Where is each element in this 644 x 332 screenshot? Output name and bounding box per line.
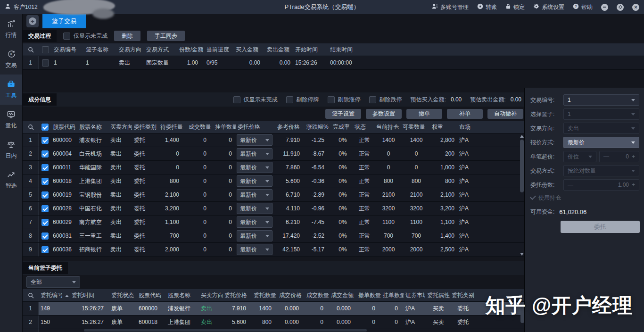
sidebar-item-tools[interactable]: 工具 [0,75,22,105]
column-header[interactable]: 篮子名称 [84,46,117,54]
checkbox[interactable] [41,178,49,185]
scroll-up-icon[interactable] [520,135,524,138]
system-settings-button[interactable]: 系统设置 [533,3,564,11]
delete-button[interactable]: 删除 [114,31,140,41]
action-button[interactable]: 参数设置 [366,109,402,119]
checkbox[interactable] [41,124,49,131]
column-header[interactable]: 买卖方向 [199,291,223,299]
checkbox[interactable] [41,219,49,226]
checkbox[interactable] [41,232,49,240]
direction-select[interactable]: 卖出 [563,123,639,134]
over-price-mode-select[interactable]: 价位 [563,151,596,162]
trade-no-select[interactable]: 1 [563,94,639,106]
tab-basket-trading[interactable]: 篮子交易 [42,14,86,28]
table-row[interactable]: 114915:26:27废单600000浦发银行卖出7.91014000.000… [23,302,524,315]
account-info[interactable]: 客户1012 [5,3,38,11]
column-header[interactable]: 参考价格 [275,123,305,131]
column-header[interactable]: 结束时间 [328,46,362,54]
checkbox[interactable] [41,137,49,144]
table-row[interactable]: 5600019宝钢股份卖出委托2,10000最新价6.710-2.890%正常2… [23,188,524,202]
submit-order-button[interactable]: 委托 [561,221,640,233]
help-button[interactable]: ? 帮助 [573,3,593,11]
checkbox[interactable] [41,205,49,212]
action-button[interactable]: 撤单 [406,109,442,119]
column-header[interactable]: 成交价格 [277,291,305,299]
search-icon[interactable] [23,289,39,301]
checkbox[interactable] [286,96,293,103]
filter-checkbox[interactable]: 剔除停牌 [286,96,319,104]
price-type-select[interactable]: 最新价 [237,189,272,200]
scrollbar-thumb[interactable] [520,140,524,192]
checkbox[interactable] [63,33,70,40]
column-header[interactable]: 撤单数量 [356,291,381,299]
scroll-down-icon[interactable] [520,253,524,256]
multi-account-button[interactable]: 多账号管理 [432,3,469,11]
column-header[interactable]: 待委托量 [158,123,187,131]
column-header[interactable]: 卖出金额 [265,46,293,54]
quote-type-select[interactable]: 最新价 [563,137,639,148]
column-header[interactable]: 完成率 [331,123,353,131]
checkbox[interactable] [328,96,335,103]
column-header[interactable]: 可卖数量 [401,123,430,131]
price-type-select[interactable]: 最新价 [237,244,272,255]
column-header[interactable]: 证券市场 [404,291,425,299]
checkbox[interactable] [41,246,49,253]
minus-icon[interactable]: — [603,153,609,160]
horizontal-scrollbar-thumb[interactable] [84,329,367,332]
table-row[interactable]: 10600048保利发展卖出委托1,70000最新价13.040-4.020%正… [23,257,524,257]
plus-icon[interactable]: + [632,153,635,160]
column-header[interactable]: 权重 [430,123,457,131]
column-header[interactable]: 交易方式 [144,46,177,54]
table-row[interactable]: 7600029南方航空卖出委托1,10000最新价6.210-7.450%正常1… [23,216,524,229]
column-header[interactable]: 委托属性 [425,291,450,299]
sidebar-item-intraday[interactable]: 日内 [0,135,22,165]
manual-sync-button[interactable]: 手工同步 [147,31,185,41]
order-status-filter-select[interactable]: 全部 [26,276,80,288]
column-header[interactable]: 委托数量 [252,291,277,299]
vertical-scrollbar[interactable] [520,133,524,257]
checkbox[interactable] [41,191,49,199]
show-unfinished-filter[interactable]: 仅显示未完成 [63,32,107,40]
price-type-select[interactable]: 最新价 [237,148,272,159]
lock-button[interactable]: 锁定 [505,3,525,11]
use-position-checkbox[interactable]: 使用持仓 [531,193,639,202]
minus-icon[interactable]: — [568,182,573,188]
column-header[interactable]: 份数/金额 [177,46,205,54]
checkbox[interactable] [369,96,376,103]
column-header[interactable]: 挂单数量 [213,123,236,131]
column-header[interactable]: 股票名称 [77,123,108,131]
search-icon[interactable] [23,121,39,133]
checkbox[interactable] [41,150,49,158]
filter-checkbox[interactable]: 剔除涨停 [328,96,361,104]
column-header[interactable]: 交易编号 [52,46,84,54]
add-tab-button[interactable]: + [26,15,39,27]
column-header[interactable]: 交易方向 [117,46,144,54]
table-row[interactable]: 1600000浦发银行卖出委托1,40000最新价7.910-1.250%正常1… [23,133,524,147]
action-button[interactable]: 自动撤补 [487,109,523,119]
price-type-select[interactable]: 最新价 [237,175,272,187]
checkbox[interactable] [42,46,49,53]
column-header[interactable]: 挂单数量 [381,291,404,299]
sidebar-item-quant[interactable]: 量化 [0,105,22,135]
close-button[interactable]: × [632,4,639,11]
column-header[interactable]: 委托类别 [450,291,474,299]
column-header[interactable]: 股票名称 [166,291,199,299]
column-header[interactable]: 成交数量 [187,123,213,131]
table-row[interactable]: 8600031三一重工卖出委托70000最新价17.420-2.520%正常70… [23,229,524,243]
column-header[interactable]: 买入金额 [234,46,265,54]
column-header[interactable]: 市场 [457,123,477,131]
price-type-select[interactable]: 最新价 [237,162,272,173]
checkbox[interactable] [233,96,240,103]
maximize-button[interactable] [617,4,624,11]
column-header[interactable]: 开始时间 [293,46,328,54]
table-row[interactable]: 215015:26:27废单600018上港集团卖出5.6008000.0000… [23,315,524,329]
column-header[interactable]: 涨跌幅% [305,123,331,131]
table-row[interactable]: 111卖出固定数量1.000/950.000.0015:26:2600:00:0… [23,56,644,70]
table-row[interactable]: 6600028中国石化卖出委托3,20000最新价4.110-0.960%正常3… [23,202,524,216]
sidebar-item-smart-pick[interactable]: 智选 [0,165,22,195]
transfer-button[interactable]: 转账 [477,3,497,11]
basket-select[interactable]: 1 [563,108,639,120]
column-header[interactable]: 当前持仓 [374,123,401,131]
trade-mode-select[interactable]: 按绝对数量 [563,165,639,176]
column-header[interactable]: 委托状态 [109,291,137,299]
